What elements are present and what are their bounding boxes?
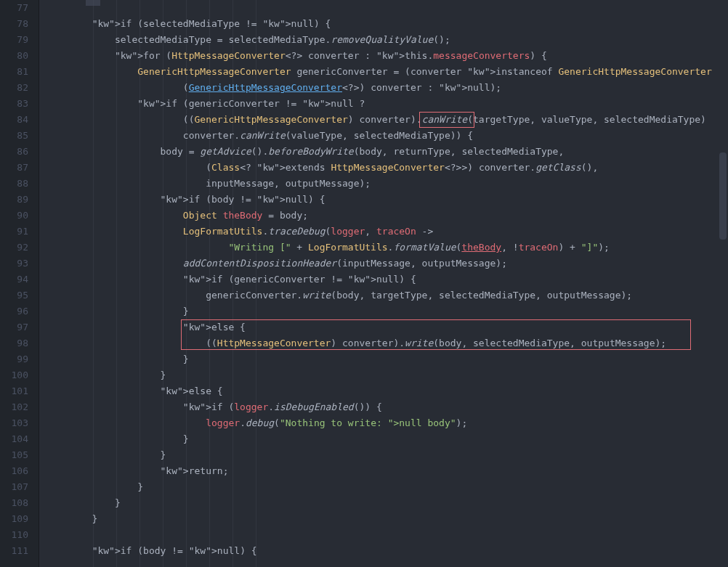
code-line[interactable]: "kw">if (body != "kw">null) { (39, 543, 728, 559)
line-number: 82 (0, 80, 28, 96)
code-line[interactable]: "Writing [" + LogFormatUtils.formatValue… (39, 240, 728, 256)
line-number: 95 (0, 287, 28, 303)
line-number: 93 (0, 256, 28, 272)
line-number: 110 (0, 527, 28, 543)
code-line[interactable]: "kw">else { (39, 383, 728, 399)
code-line[interactable]: converter.canWrite(valueType, selectedMe… (39, 128, 728, 144)
line-number: 103 (0, 415, 28, 431)
line-number: 105 (0, 447, 28, 463)
code-line[interactable]: ((GenericHttpMessageConverter) converter… (39, 112, 728, 128)
line-number: 83 (0, 96, 28, 112)
code-line[interactable]: Object theBody = body; (39, 208, 728, 224)
fold-marker (86, 0, 100, 6)
line-number: 100 (0, 367, 28, 383)
minimap[interactable] (715, 0, 728, 567)
code-line[interactable]: } (39, 447, 728, 463)
code-line[interactable]: "kw">return; (39, 463, 728, 479)
line-number: 90 (0, 208, 28, 224)
code-line[interactable]: "kw">for (HttpMessageConverter<?> conver… (39, 48, 728, 64)
line-number: 84 (0, 112, 28, 128)
line-number: 79 (0, 32, 28, 48)
line-number: 101 (0, 383, 28, 399)
code-line[interactable]: (GenericHttpMessageConverter<?>) convert… (39, 80, 728, 96)
line-number: 96 (0, 303, 28, 319)
scrollbar-thumb[interactable] (719, 152, 727, 240)
line-number: 89 (0, 192, 28, 208)
code-line[interactable] (39, 527, 728, 543)
code-line[interactable]: genericConverter.write(body, targetType,… (39, 287, 728, 303)
line-number: 106 (0, 463, 28, 479)
line-number: 92 (0, 240, 28, 256)
line-number: 94 (0, 272, 28, 287)
code-line[interactable]: addContentDispositionHeader(inputMessage… (39, 256, 728, 272)
code-line[interactable]: } (39, 351, 728, 367)
line-number: 78 (0, 16, 28, 32)
line-number: 102 (0, 399, 28, 415)
code-line[interactable]: "kw">if (selectedMediaType != "kw">null)… (39, 16, 728, 32)
code-line[interactable]: LogFormatUtils.traceDebug(logger, traceO… (39, 224, 728, 240)
line-number: 87 (0, 160, 28, 176)
line-number: 88 (0, 176, 28, 192)
code-line[interactable]: body = getAdvice().beforeBodyWrite(body,… (39, 144, 728, 160)
code-line[interactable]: } (39, 495, 728, 511)
code-line[interactable]: } (39, 431, 728, 447)
code-line[interactable]: } (39, 479, 728, 495)
code-line[interactable]: } (39, 367, 728, 383)
code-line[interactable]: selectedMediaType = selectedMediaType.re… (39, 32, 728, 48)
code-line[interactable]: } (39, 303, 728, 319)
line-number-gutter: 7778798081828384858687888990919293949596… (0, 0, 39, 567)
line-number: 80 (0, 48, 28, 64)
code-line[interactable] (39, 0, 728, 16)
line-number: 108 (0, 495, 28, 511)
code-line[interactable]: "kw">if (logger.isDebugEnabled()) { (39, 399, 728, 415)
line-number: 91 (0, 224, 28, 240)
code-line[interactable]: (Class<? "kw">extends HttpMessageConvert… (39, 160, 728, 176)
code-line[interactable]: GenericHttpMessageConverter genericConve… (39, 64, 728, 80)
code-line[interactable]: "kw">if (body != "kw">null) { (39, 192, 728, 208)
code-line[interactable]: "kw">else { (39, 319, 728, 335)
code-area[interactable]: "kw">if (selectedMediaType != "kw">null)… (39, 0, 728, 567)
line-number: 99 (0, 351, 28, 367)
line-number: 86 (0, 144, 28, 160)
line-number: 109 (0, 511, 28, 527)
code-line[interactable]: ((HttpMessageConverter) converter).write… (39, 335, 728, 351)
line-number: 98 (0, 335, 28, 351)
line-number: 111 (0, 543, 28, 559)
line-number: 85 (0, 128, 28, 144)
line-number: 97 (0, 319, 28, 335)
line-number: 107 (0, 479, 28, 495)
code-line[interactable]: "kw">if (genericConverter != "kw">null) … (39, 272, 728, 287)
code-line[interactable]: } (39, 511, 728, 527)
line-number: 81 (0, 64, 28, 80)
line-number: 77 (0, 0, 28, 16)
line-number: 104 (0, 431, 28, 447)
code-line[interactable]: inputMessage, outputMessage); (39, 176, 728, 192)
code-line[interactable]: "kw">if (genericConverter != "kw">null ? (39, 96, 728, 112)
code-line[interactable]: logger.debug("Nothing to write: ">null b… (39, 415, 728, 431)
